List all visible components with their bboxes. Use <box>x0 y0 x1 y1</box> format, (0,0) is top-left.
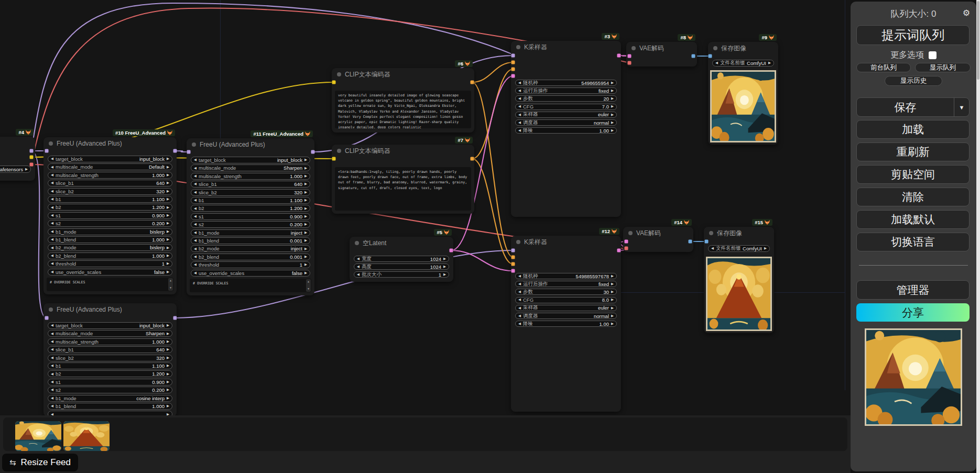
increment-arrow-icon[interactable]: ▶ <box>304 182 307 186</box>
increment-arrow-icon[interactable]: ▶ <box>304 167 307 170</box>
increment-arrow-icon[interactable]: ▶ <box>304 174 307 178</box>
increment-arrow-icon[interactable]: ▶ <box>167 246 169 250</box>
widget-slice_b1[interactable]: ◀slice_b1640▶ <box>191 181 310 188</box>
widget-b2_mode[interactable]: ◀b2_modeinject▶ <box>191 245 310 252</box>
widget-b1_mode[interactable]: ◀b1_modebislerp▶ <box>48 228 172 235</box>
increment-arrow-icon[interactable]: ▶ <box>611 290 614 294</box>
widget-运行后操作[interactable]: ◀运行后操作fixed▶ <box>515 87 617 94</box>
increment-arrow-icon[interactable]: ▶ <box>611 314 614 318</box>
widget-threshold[interactable]: ◀threshold1▶ <box>191 261 310 268</box>
decrement-arrow-icon[interactable]: ◀ <box>194 182 197 186</box>
decrement-arrow-icon[interactable]: ◀ <box>194 174 197 178</box>
slot-in-vae[interactable] <box>625 247 628 250</box>
decrement-arrow-icon[interactable]: ◀ <box>51 380 53 384</box>
widget-multiscale_mode[interactable]: ◀multiscale_modeSharpen▶ <box>48 330 172 337</box>
decrement-arrow-icon[interactable]: ◀ <box>518 105 521 108</box>
collapse-dot-icon[interactable] <box>631 46 636 50</box>
node-clip-encode-7[interactable]: #7 CLIP文本编码器<lora:badhands:1>ugly, tilin… <box>332 145 474 214</box>
decrement-arrow-icon[interactable]: ◀ <box>51 230 53 234</box>
widget-target_block[interactable]: ◀target_blockinput_block▶ <box>48 322 172 329</box>
node-title-bar[interactable]: FreeU (Advanced Plus) <box>187 138 314 151</box>
view-queue-button[interactable]: 显示队列 <box>915 63 971 72</box>
decrement-arrow-icon[interactable]: ◀ <box>51 364 53 368</box>
widget-slice_b2[interactable]: ◀slice_b2320▶ <box>48 188 172 195</box>
decrement-arrow-icon[interactable]: ◀ <box>518 121 521 125</box>
decrement-arrow-icon[interactable]: ◀ <box>711 247 714 250</box>
increment-arrow-icon[interactable]: ▶ <box>167 356 169 360</box>
widget-b1[interactable]: ◀b11.100▶ <box>48 362 172 369</box>
widget-slice_b1[interactable]: ◀slice_b1640▶ <box>48 346 172 353</box>
widget-b1_blend[interactable]: ◀b1_blend1.000▶ <box>48 236 172 243</box>
node-freeu-11[interactable]: #11 FreeU_Advanced FreeU (Advanced Plus)… <box>187 138 314 295</box>
widget-multiscale_strength[interactable]: ◀multiscale_strength1.000▶ <box>48 338 172 345</box>
increment-arrow-icon[interactable]: ▶ <box>764 247 767 250</box>
node-freeu-13[interactable]: #13 FreeU_Advanced FreeU (Advanced Plus)… <box>43 303 177 416</box>
widget-value[interactable]: afetensors▶ <box>0 166 31 173</box>
increment-arrow-icon[interactable]: ▶ <box>167 230 169 234</box>
decrement-arrow-icon[interactable]: ◀ <box>51 166 53 169</box>
widget-slice_b2[interactable]: ◀slice_b2320▶ <box>191 189 310 196</box>
increment-arrow-icon[interactable]: ▶ <box>304 199 307 202</box>
increment-arrow-icon[interactable]: ▶ <box>167 238 169 241</box>
decrement-arrow-icon[interactable]: ◀ <box>518 274 521 278</box>
decrement-arrow-icon[interactable]: ◀ <box>518 89 521 93</box>
slot-in-model[interactable] <box>511 54 515 58</box>
decrement-arrow-icon[interactable]: ◀ <box>518 322 521 326</box>
slot-in-model[interactable] <box>187 150 191 154</box>
node-save-image-9[interactable]: #9 保存图像◀文件名前缀ComfyUI▶ <box>708 42 778 145</box>
slot-in-latent[interactable] <box>625 240 628 244</box>
collapse-dot-icon[interactable] <box>516 240 520 244</box>
increment-arrow-icon[interactable]: ▶ <box>611 89 614 93</box>
widget-slice_b1[interactable]: ◀slice_b1640▶ <box>48 180 172 186</box>
slot-out-latent[interactable] <box>450 249 453 252</box>
increment-arrow-icon[interactable]: ▶ <box>611 298 614 302</box>
slot-out-model[interactable] <box>173 316 177 320</box>
decrement-arrow-icon[interactable]: ◀ <box>51 262 53 266</box>
node-freeu-10[interactable]: #10 FreeU_Advanced FreeU (Advanced Plus)… <box>43 137 177 294</box>
widget-multiscale_strength[interactable]: ◀multiscale_strength1.000▶ <box>191 173 310 180</box>
widget-s1[interactable]: ◀s10.900▶ <box>191 213 310 220</box>
slot-out-latent[interactable] <box>617 249 621 252</box>
increment-arrow-icon[interactable]: ▶ <box>167 348 169 351</box>
widget-宽度[interactable]: ◀宽度1024▶ <box>354 256 449 262</box>
extra-options-checkbox[interactable] <box>929 51 937 59</box>
widget-multiscale_strength[interactable]: ◀multiscale_strength1.000▶ <box>48 172 172 179</box>
slot-in-latent[interactable] <box>511 74 515 78</box>
widget-b1[interactable]: ◀b11.100▶ <box>48 196 172 203</box>
node-ksampler-3[interactable]: #3 K采样器◀随机种5498655954▶◀运行后操作fixed▶◀步数20▶… <box>511 41 621 217</box>
slot-out-latent[interactable] <box>617 54 621 58</box>
decrement-arrow-icon[interactable]: ◀ <box>715 61 718 65</box>
decrement-arrow-icon[interactable]: ◀ <box>51 397 53 400</box>
widget-target_block[interactable]: ◀target_blockinput_block▶ <box>48 156 172 162</box>
decrement-arrow-icon[interactable]: ◀ <box>51 190 53 193</box>
widget-降噪[interactable]: ◀降噪1.00▶ <box>515 127 617 134</box>
slot-in-model[interactable] <box>511 249 515 252</box>
decrement-arrow-icon[interactable]: ◀ <box>51 173 53 177</box>
decrement-arrow-icon[interactable]: ◀ <box>194 167 197 170</box>
widget-s2[interactable]: ◀s20.200▶ <box>48 387 172 393</box>
increment-arrow-icon[interactable]: ▶ <box>167 214 169 217</box>
increment-arrow-icon[interactable]: ▶ <box>167 190 169 193</box>
increment-arrow-icon[interactable]: ▶ <box>611 306 614 310</box>
decrement-arrow-icon[interactable]: ◀ <box>194 231 197 235</box>
increment-arrow-icon[interactable]: ▶ <box>167 364 169 368</box>
decrement-arrow-icon[interactable]: ◀ <box>518 314 521 318</box>
widget-b1_blend[interactable]: ◀b1_blend1.000▶ <box>48 403 172 410</box>
collapse-dot-icon[interactable] <box>337 149 341 153</box>
increment-arrow-icon[interactable]: ▶ <box>611 113 614 117</box>
save-dropdown-arrow-icon[interactable]: ▼ <box>954 104 969 111</box>
node-checkpoint-4[interactable]: #4 afetensors▶ <box>0 137 35 181</box>
view-history-button[interactable]: 显示历史 <box>885 76 942 86</box>
widget-文件名前缀[interactable]: ◀文件名前缀ComfyUI▶ <box>712 60 774 67</box>
increment-arrow-icon[interactable]: ▶ <box>304 223 307 226</box>
increment-arrow-icon[interactable]: ▶ <box>167 206 169 210</box>
slot-in-image[interactable] <box>709 54 712 58</box>
widget-步数[interactable]: ◀步数20▶ <box>515 95 617 102</box>
node-title-bar[interactable]: 保存图像 <box>708 42 778 54</box>
widget-s2[interactable]: ◀s20.200▶ <box>48 220 172 227</box>
node-empty-latent-5[interactable]: #5 空Latent◀宽度1024▶◀高度1024▶◀批次大小1▶ <box>350 237 453 282</box>
node-save-image-15[interactable]: #15 保存图像◀文件名前缀ComfyUI▶ <box>704 227 774 333</box>
widget-slice_b2[interactable]: ◀slice_b2320▶ <box>48 355 172 361</box>
widget-随机种[interactable]: ◀随机种5498655954▶ <box>515 80 617 86</box>
increment-arrow-icon[interactable]: ▶ <box>443 257 446 261</box>
